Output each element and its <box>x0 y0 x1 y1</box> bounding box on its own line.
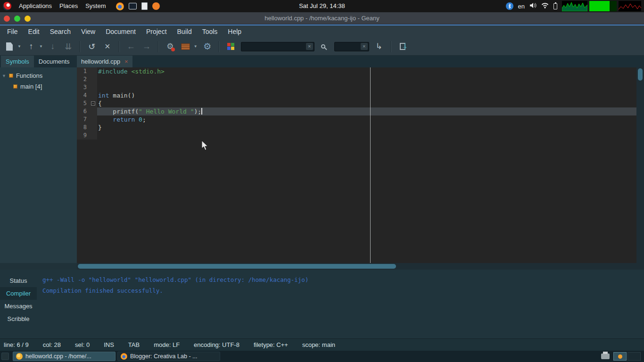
color-chooser-button[interactable] <box>225 40 237 53</box>
menubar: FileEditSearchViewDocumentProjectBuildTo… <box>0 25 644 38</box>
forward-button[interactable]: → <box>141 40 152 53</box>
window-close-button[interactable] <box>4 16 10 22</box>
files-launcher-icon[interactable] <box>141 2 148 10</box>
window-maximize-button[interactable] <box>14 16 20 22</box>
menu-document[interactable]: Document <box>100 25 141 38</box>
desktop: ApplicationsPlacesSystem Sat Jul 29, 14:… <box>0 0 644 362</box>
save-button[interactable]: ↓ <box>47 40 58 53</box>
code-line-9[interactable]: 9 <box>77 132 636 140</box>
fold-collapse-icon[interactable]: - <box>91 101 95 106</box>
sidebar-tab-documents[interactable]: Documents <box>34 56 74 67</box>
editor-tab[interactable]: helloworld.cpp× <box>77 56 132 67</box>
menu-view[interactable]: View <box>76 25 100 38</box>
message-tab-compiler[interactable]: Compiler <box>0 287 37 300</box>
show-desktop-button[interactable] <box>1 353 9 360</box>
menu-help[interactable]: Help <box>223 25 247 38</box>
new-file-button[interactable] <box>4 40 15 53</box>
menu-build[interactable]: Build <box>172 25 197 38</box>
toolbar-separator <box>80 41 81 52</box>
status-segment: line: 6 / 9 <box>4 341 29 348</box>
menu-tools[interactable]: Tools <box>197 25 223 38</box>
system-monitor-graphs[interactable] <box>562 1 641 11</box>
code-line-5[interactable]: 5-{ <box>77 99 636 107</box>
panel-indicators: en <box>506 1 641 11</box>
sidebar-tab-symbols[interactable]: Symbols <box>1 56 34 67</box>
toolbar-separator <box>390 41 391 52</box>
code-text: int main() <box>97 91 636 99</box>
save-all-button[interactable]: ⇊ <box>63 40 74 53</box>
volume-icon[interactable] <box>529 2 537 10</box>
expander-icon[interactable]: ▼ <box>2 74 6 78</box>
search-entry: × <box>241 42 314 51</box>
taskbar-task[interactable]: helloworld.cpp - /home/... <box>13 352 116 361</box>
jump-to-line-button[interactable]: ↳ <box>373 40 385 53</box>
message-tab-messages[interactable]: Messages <box>0 300 37 313</box>
window-minimize-button[interactable] <box>25 16 31 22</box>
editor[interactable]: 1#include <stdio.h>234int main()5-{6 pri… <box>77 67 636 263</box>
back-button[interactable]: ← <box>125 40 137 53</box>
code-line-8[interactable]: 8} <box>77 123 636 132</box>
battery-icon[interactable] <box>553 3 557 9</box>
open-file-button[interactable]: ↑ <box>25 40 37 53</box>
menu-project[interactable]: Project <box>141 25 172 38</box>
distro-logo-icon[interactable] <box>3 2 11 10</box>
line-number: 6 <box>77 107 89 115</box>
panel-menu-system[interactable]: System <box>82 0 109 12</box>
horizontal-scrollbar-thumb[interactable] <box>78 264 396 269</box>
search-input[interactable] <box>242 43 306 50</box>
open-file-dropdown-icon[interactable]: ▼ <box>39 44 43 49</box>
horizontal-scrollbar[interactable] <box>77 263 644 270</box>
message-tab-status[interactable]: Status <box>0 274 37 287</box>
window-titlebar[interactable]: helloworld.cpp - /home/kacang-ijo - Gean… <box>0 12 644 25</box>
code-text: } <box>97 123 636 132</box>
tab-close-icon[interactable]: × <box>124 58 128 65</box>
code-line-4[interactable]: 4int main() <box>77 91 636 99</box>
workspace-2[interactable] <box>627 352 641 361</box>
quit-button[interactable] <box>397 40 408 53</box>
new-file-dropdown-icon[interactable]: ▼ <box>17 44 21 49</box>
code-line-6[interactable]: 6 printf(" Hello World "); <box>77 107 636 115</box>
software-launcher-icon[interactable] <box>152 2 160 10</box>
terminal-launcher-icon[interactable] <box>129 3 137 9</box>
printer-icon[interactable] <box>601 354 610 359</box>
code-text <box>97 83 636 91</box>
build-dropdown-icon[interactable]: ▼ <box>194 44 198 49</box>
bluetooth-icon[interactable] <box>506 2 513 10</box>
status-segment: scope: main <box>302 341 335 348</box>
find-button[interactable] <box>319 40 330 53</box>
symbol-tree-root[interactable]: ▼Functions <box>0 70 77 81</box>
firefox-launcher-icon[interactable] <box>116 2 124 10</box>
goto-line-input[interactable] <box>336 43 361 50</box>
task-label: Blogger: Creativa Lab - ... <box>130 353 197 360</box>
line-number: 3 <box>77 83 89 91</box>
message-window-tabs: StatusCompilerMessagesScribble <box>0 270 37 338</box>
menu-file[interactable]: File <box>2 25 23 38</box>
code-line-1[interactable]: 1#include <stdio.h> <box>77 67 636 75</box>
menu-edit[interactable]: Edit <box>23 25 45 38</box>
vertical-scrollbar-thumb[interactable] <box>638 68 643 81</box>
build-icon <box>181 43 190 50</box>
taskbar-task[interactable]: Blogger: Creativa Lab - ... <box>117 352 220 361</box>
panel-menu-applications[interactable]: Applications <box>15 0 56 12</box>
code-line-2[interactable]: 2 <box>77 75 636 83</box>
panel-menu-places[interactable]: Places <box>56 0 82 12</box>
execute-button[interactable]: ⚙ <box>202 40 213 53</box>
keyboard-layout-indicator[interactable]: en <box>518 3 525 10</box>
workspace-1[interactable] <box>613 352 627 361</box>
message-tab-scribble[interactable]: Scribble <box>0 313 37 325</box>
menu-search[interactable]: Search <box>45 25 76 38</box>
code-line-3[interactable]: 3 <box>77 83 636 91</box>
symbol-label: main [4] <box>20 83 42 90</box>
build-button[interactable] <box>180 40 191 53</box>
compile-button[interactable]: ⚙ <box>165 40 176 53</box>
clear-search-icon[interactable]: × <box>306 43 313 50</box>
clear-goto-icon[interactable]: × <box>361 43 368 50</box>
vertical-scrollbar[interactable] <box>636 67 644 263</box>
quit-icon <box>400 43 405 50</box>
network-icon[interactable] <box>541 3 549 10</box>
close-button[interactable]: × <box>102 40 113 53</box>
code-line-7[interactable]: 7 return 0; <box>77 115 636 123</box>
long-line-marker <box>370 67 371 263</box>
symbol-item[interactable]: main [4] <box>0 81 77 92</box>
revert-button[interactable]: ↺ <box>86 40 98 53</box>
